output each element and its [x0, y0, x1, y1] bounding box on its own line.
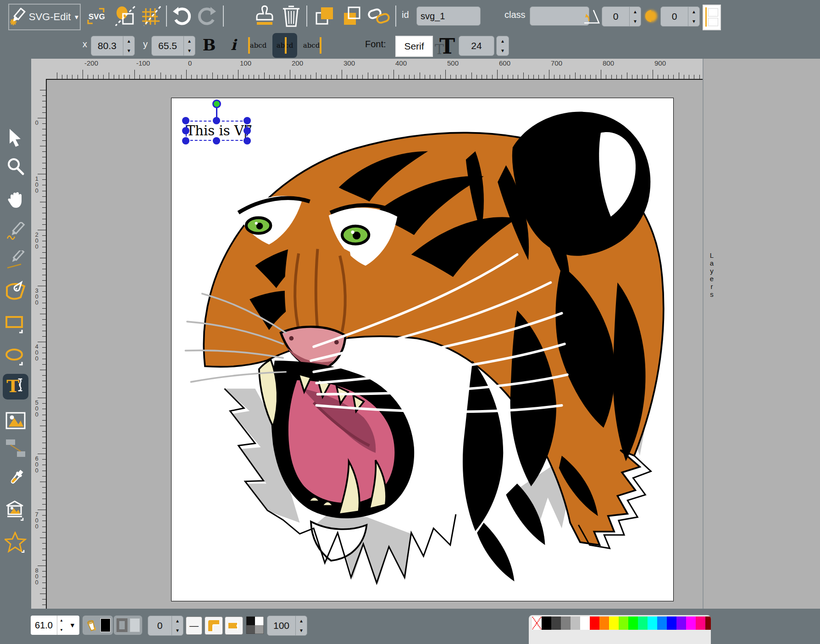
redo-button[interactable]	[196, 6, 217, 27]
selection-handle-se[interactable]	[244, 137, 251, 144]
zoom-dropdown-button[interactable]: ▼	[66, 616, 79, 635]
italic-button[interactable]: i	[227, 35, 240, 55]
tool-star[interactable]	[3, 529, 28, 555]
palette-swatch[interactable]	[551, 616, 561, 630]
class-input[interactable]	[530, 6, 589, 26]
palette-swatch[interactable]	[609, 616, 619, 630]
tool-pan[interactable]	[3, 187, 28, 212]
selection-handle-nw[interactable]	[182, 117, 189, 124]
x-up-button[interactable]: ▲	[123, 36, 134, 46]
palette-swatch[interactable]	[580, 616, 590, 630]
opacity-down-button[interactable]: ▼	[296, 626, 307, 635]
palette-swatch[interactable]	[561, 616, 571, 630]
fill-color-control[interactable]	[83, 616, 113, 635]
selection-handle-w[interactable]	[182, 127, 189, 134]
linecap-button[interactable]	[225, 616, 243, 635]
id-input[interactable]: svg_1	[416, 6, 481, 26]
x-input[interactable]: 80.3 ▲▼	[91, 36, 135, 56]
palette-swatch-none[interactable]	[532, 616, 542, 630]
fill-color-swatch[interactable]	[100, 618, 111, 632]
palette-swatch[interactable]	[648, 616, 657, 630]
tool-connector[interactable]	[3, 435, 28, 461]
palette-swatch[interactable]	[619, 616, 628, 630]
opacity-input[interactable]: 100 ▲▼	[267, 616, 307, 636]
font-size-input[interactable]: 24	[459, 36, 494, 56]
tool-zoom[interactable]	[3, 154, 28, 179]
delete-button[interactable]	[280, 5, 303, 28]
palette-swatch[interactable]	[657, 616, 667, 630]
y-down-button[interactable]: ▼	[184, 46, 195, 56]
stroke-width-up-button[interactable]: ▲	[172, 616, 183, 626]
wireframe-mode-button[interactable]	[114, 6, 138, 27]
selection-handle-ne[interactable]	[244, 117, 251, 124]
tool-select[interactable]	[3, 125, 28, 150]
font-size-spinner[interactable]: ▲▼	[496, 36, 509, 56]
blur-down-button[interactable]: ▼	[688, 17, 699, 26]
linejoin-button[interactable]	[205, 616, 223, 635]
move-to-bottom-button[interactable]	[340, 6, 363, 27]
selection-handle-s[interactable]	[213, 137, 220, 144]
align-left-button[interactable]: abcd	[246, 36, 269, 55]
palette-swatch[interactable]	[705, 616, 711, 630]
tool-path[interactable]	[3, 277, 28, 302]
clone-button[interactable]	[253, 5, 276, 28]
selection-handle-e[interactable]	[244, 127, 251, 134]
main-menu-button[interactable]: SVG-Edit ▼	[8, 4, 81, 30]
tiger-artwork[interactable]	[172, 98, 673, 601]
align-center-button[interactable]: abcd	[272, 33, 297, 58]
palette-swatch[interactable]	[676, 616, 686, 630]
stroke-width-input[interactable]: 0 ▲▼	[148, 616, 183, 636]
palette-swatch[interactable]	[696, 616, 705, 630]
blur-input[interactable]: 0 ▲▼	[660, 6, 700, 27]
font-family-button[interactable]: Serif	[395, 36, 433, 57]
x-down-button[interactable]: ▼	[123, 46, 134, 56]
stroke-dash-select[interactable]: —	[186, 616, 202, 635]
font-size-up-button[interactable]: ▲	[497, 36, 509, 46]
grid-button[interactable]	[140, 6, 162, 27]
tool-rect[interactable]	[3, 311, 28, 337]
stroke-color-swatch[interactable]	[130, 618, 140, 632]
rotation-handle[interactable]	[212, 100, 221, 108]
stroke-width-down-button[interactable]: ▼	[172, 626, 183, 635]
palette-swatch[interactable]	[571, 616, 580, 630]
font-size-down-button[interactable]: ▼	[497, 46, 509, 56]
tool-image[interactable]	[3, 408, 28, 433]
undo-button[interactable]	[172, 6, 193, 27]
selection-handle-sw[interactable]	[182, 137, 189, 144]
palette-swatch[interactable]	[686, 616, 696, 630]
link-button[interactable]	[367, 6, 391, 27]
selection-handle-n[interactable]	[213, 117, 220, 124]
tool-shape-library[interactable]	[3, 498, 28, 523]
tool-line[interactable]	[3, 248, 28, 273]
opacity-up-button[interactable]: ▲	[296, 616, 307, 626]
layers-panel-tab[interactable]: Layers	[706, 251, 717, 298]
palette-panel-button[interactable]	[703, 5, 721, 30]
palette-swatch[interactable]	[638, 616, 648, 630]
palette-swatch[interactable]	[667, 616, 676, 630]
svg-text:SVG: SVG	[89, 12, 105, 21]
palette-swatch[interactable]	[599, 616, 609, 630]
blur-up-button[interactable]: ▲	[688, 7, 699, 17]
palette-swatch[interactable]	[542, 616, 551, 630]
move-to-top-button[interactable]	[314, 6, 337, 27]
svg-canvas[interactable]: This is V7	[171, 98, 674, 601]
zoom-up-button[interactable]: ▲	[57, 616, 66, 625]
y-input[interactable]: 65.5 ▲▼	[151, 36, 195, 56]
side-panel-divider[interactable]	[703, 59, 704, 609]
stroke-color-control[interactable]	[114, 616, 142, 635]
palette-swatch[interactable]	[628, 616, 638, 630]
tool-ellipse[interactable]	[3, 344, 28, 370]
angle-down-button[interactable]: ▼	[630, 17, 641, 26]
y-up-button[interactable]: ▲	[184, 36, 195, 46]
bold-button[interactable]: B	[201, 35, 217, 55]
tool-pencil[interactable]	[3, 219, 28, 245]
angle-input[interactable]: 0 ▲▼	[602, 6, 641, 27]
angle-up-button[interactable]: ▲	[630, 7, 641, 17]
palette-swatch[interactable]	[590, 616, 599, 630]
zoom-down-button[interactable]: ▼	[57, 625, 66, 635]
source-editor-button[interactable]: SVG	[85, 7, 106, 25]
zoom-control[interactable]: 61.0 ▲ ▼ ▼	[31, 616, 79, 635]
align-right-button[interactable]: abcd	[301, 36, 324, 55]
tool-eyedropper[interactable]	[3, 466, 28, 491]
tool-text[interactable]: T	[3, 374, 28, 400]
